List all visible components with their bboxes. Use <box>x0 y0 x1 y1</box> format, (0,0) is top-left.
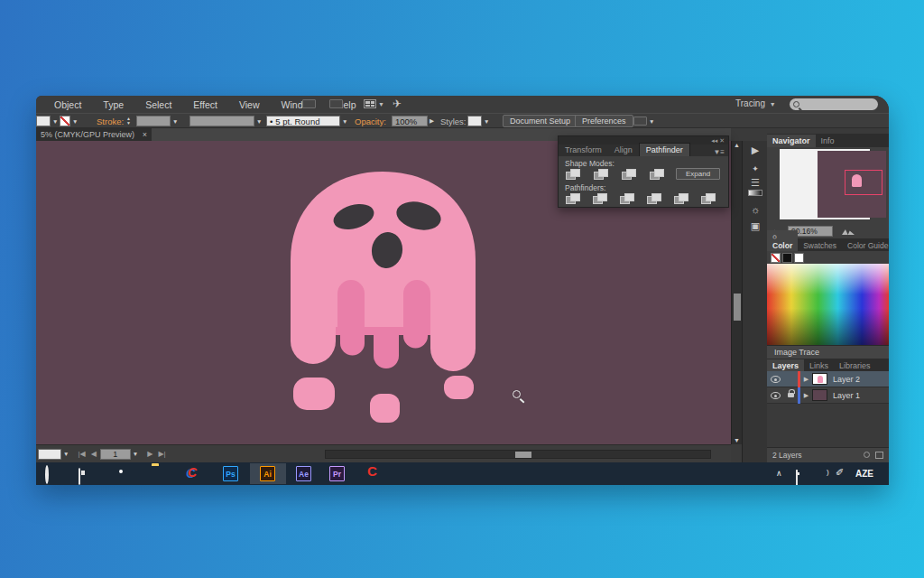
menu-view[interactable]: View <box>228 97 271 113</box>
none-swatch[interactable] <box>771 253 781 263</box>
close-icon[interactable]: × <box>143 130 147 139</box>
workspace-switcher[interactable]: Tracing ▼ <box>735 98 776 108</box>
horizontal-scrollbar[interactable] <box>325 450 711 459</box>
tab-color-guide[interactable]: Color Guide <box>842 239 889 252</box>
menu-window[interactable]: Window <box>271 97 326 113</box>
share-icon[interactable]: ✈ <box>393 98 402 110</box>
after-effects-button[interactable]: Ae <box>296 466 311 481</box>
stroke-weight-stepper[interactable]: ▲▼ <box>126 116 131 126</box>
tab-align[interactable]: Align <box>608 144 639 156</box>
tab-libraries[interactable]: Libraries <box>834 359 876 372</box>
tab-navigator[interactable]: Navigator <box>767 135 816 147</box>
artboards-panel-icon[interactable]: ▣ <box>743 220 768 232</box>
scroll-down-icon[interactable]: ▼ <box>734 437 740 443</box>
artboard-number-field[interactable]: 1 <box>100 449 131 460</box>
expand-button[interactable]: Expand <box>676 168 720 180</box>
document-tab[interactable]: 5% (CMYK/GPU Preview) × <box>36 128 152 141</box>
gradient-panel-icon[interactable] <box>748 190 762 196</box>
tab-pathfinder[interactable]: Pathfinder <box>639 143 690 156</box>
close-icon[interactable]: ✕ <box>719 137 725 144</box>
stroke-weight-field[interactable] <box>136 116 171 126</box>
fill-color-swatch[interactable] <box>60 116 70 126</box>
photoshop-button[interactable]: Ps <box>223 466 238 481</box>
new-layer-icon[interactable] <box>875 452 883 459</box>
minus-back-button[interactable] <box>701 193 715 205</box>
menu-object[interactable]: Object <box>43 97 92 113</box>
document-setup-button[interactable]: Document Setup <box>503 115 578 127</box>
layer-thumbnail[interactable] <box>812 389 827 401</box>
next-artboard-icon[interactable]: ▶ <box>147 450 152 458</box>
tab-transform[interactable]: Transform <box>559 144 608 156</box>
fill-variant-dropdown[interactable] <box>36 116 51 126</box>
collapse-panel-icon[interactable]: ◂◂ <box>711 137 719 144</box>
stroke-label[interactable]: Stroke: <box>97 116 124 126</box>
battery-status[interactable] <box>796 471 798 485</box>
black-swatch[interactable] <box>782 253 792 263</box>
opacity-label[interactable]: Opacity: <box>355 116 386 126</box>
unite-button[interactable] <box>566 169 579 181</box>
menu-select[interactable]: Select <box>134 97 182 113</box>
outline-button[interactable] <box>674 193 688 205</box>
tab-info[interactable]: Info <box>816 135 840 147</box>
task-view-button[interactable] <box>79 469 80 485</box>
layer-thumbnail[interactable] <box>812 373 827 385</box>
tab-swatches[interactable]: Swatches <box>798 239 842 252</box>
toolbar-button-2[interactable] <box>329 99 343 108</box>
crop-button[interactable] <box>647 193 661 205</box>
horizontal-scrollbar-thumb[interactable] <box>515 452 531 458</box>
white-swatch[interactable] <box>794 253 804 263</box>
tab-links[interactable]: Links <box>804 359 834 372</box>
layer-row-2[interactable]: ▶ Layer 2 <box>767 371 889 387</box>
stroke-panel-icon[interactable]: ☰ <box>743 177 768 189</box>
prev-artboard-icon[interactable]: ◀ <box>91 450 97 458</box>
tab-color[interactable]: ○ Color <box>767 230 798 252</box>
minus-front-button[interactable] <box>594 169 607 181</box>
visibility-toggle[interactable] <box>767 392 783 399</box>
scroll-up-icon[interactable]: ▲ <box>734 142 740 148</box>
color-spectrum[interactable] <box>767 264 889 345</box>
navigator-proxy-rect[interactable] <box>845 170 882 195</box>
tray-expand-button[interactable]: ∧ <box>776 469 782 478</box>
start-button[interactable] <box>45 467 49 483</box>
toolbar-button-1[interactable] <box>302 99 316 108</box>
opacity-field[interactable]: 100% <box>392 116 428 126</box>
camtasia-button[interactable]: C <box>367 463 377 480</box>
layer-name[interactable]: Layer 2 <box>833 375 860 384</box>
visibility-toggle[interactable] <box>767 376 783 383</box>
properties-icon[interactable] <box>633 117 647 126</box>
expand-layer-icon[interactable]: ▶ <box>800 392 812 399</box>
width-profile-dropdown[interactable] <box>189 116 254 126</box>
exclude-button[interactable] <box>650 169 663 181</box>
first-artboard-icon[interactable]: |◀ <box>78 450 85 458</box>
arrange-documents-button[interactable]: ▼ <box>364 99 384 108</box>
brush-definition-dropdown[interactable]: •5 pt. Round <box>266 116 340 126</box>
last-artboard-icon[interactable]: ▶| <box>158 450 165 458</box>
premiere-button[interactable]: Pr <box>329 466 345 481</box>
zoom-level-dropdown[interactable] <box>38 449 61 460</box>
vertical-scrollbar[interactable]: ▲ ▼ <box>731 141 742 444</box>
image-trace-panel-header[interactable]: Image Trace <box>767 345 889 359</box>
trim-button[interactable] <box>593 193 606 205</box>
styles-dropdown[interactable] <box>467 116 482 126</box>
navigator-preview[interactable] <box>767 147 889 224</box>
search-input[interactable] <box>790 98 878 110</box>
locate-object-icon[interactable] <box>864 452 870 458</box>
illustrator-button[interactable]: Ai <box>260 466 275 481</box>
merge-button[interactable] <box>620 193 633 205</box>
intersect-button[interactable] <box>622 169 635 181</box>
lock-toggle[interactable] <box>783 393 798 397</box>
layer-row-1[interactable]: ▶ Layer 1 <box>767 387 889 404</box>
network-button[interactable]: ✐ <box>836 467 844 479</box>
preferences-button[interactable]: Preferences <box>575 115 633 127</box>
ccleaner-button[interactable]: C <box>188 464 197 480</box>
symbols-panel-icon[interactable]: ▶ <box>743 144 768 156</box>
zoom-in-icon[interactable] <box>842 228 855 235</box>
panel-menu-icon[interactable]: ▼≡ <box>713 148 728 156</box>
menu-type[interactable]: Type <box>92 97 134 113</box>
language-indicator[interactable]: AZE <box>855 469 873 479</box>
magic-wand-panel-icon[interactable]: ✦ <box>743 164 768 173</box>
ghost-artwork[interactable] <box>263 163 516 434</box>
appearance-panel-icon[interactable]: ☼ <box>743 204 768 215</box>
expand-layer-icon[interactable]: ▶ <box>800 376 812 383</box>
layer-name[interactable]: Layer 1 <box>833 391 860 400</box>
